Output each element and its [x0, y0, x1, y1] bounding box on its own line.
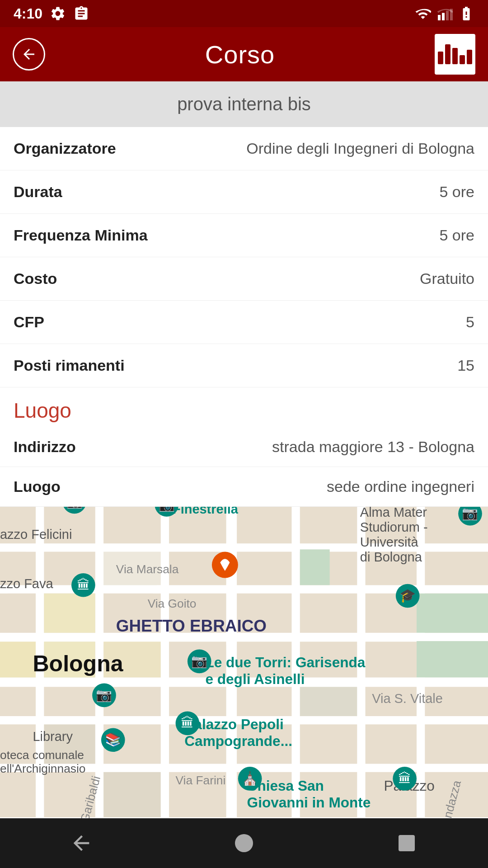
indirizzo-row: Indirizzo strada maggiore 13 - Bologna	[0, 427, 488, 467]
svg-text:🎓: 🎓	[399, 588, 416, 604]
luogo-detail-label: Luogo	[14, 478, 61, 495]
svg-text:📷: 📷	[191, 653, 208, 669]
svg-rect-68	[300, 687, 357, 717]
organizzatore-row: Organizzatore Ordine degli Ingegneri di …	[0, 127, 488, 170]
svg-text:Le due Torri: Garisenda: Le due Torri: Garisenda	[205, 654, 365, 670]
svg-text:di Bologna: di Bologna	[360, 550, 422, 564]
svg-text:Bologna: Bologna	[33, 651, 123, 676]
svg-rect-15	[161, 507, 169, 818]
svg-rect-54	[417, 594, 488, 633]
svg-text:Via S. Vitale: Via S. Vitale	[372, 691, 443, 706]
frequenza-value: 5 ore	[440, 226, 475, 244]
svg-rect-3	[450, 9, 453, 21]
svg-rect-66	[169, 687, 226, 717]
svg-text:📷: 📷	[462, 507, 479, 521]
svg-rect-62	[366, 642, 417, 677]
organizzatore-value: Ordine degli Ingegneri di Bologna	[246, 140, 474, 157]
svg-text:Alma Mater: Alma Mater	[360, 507, 427, 519]
svg-rect-78	[425, 724, 488, 764]
course-subtitle: prova interna bis	[177, 94, 311, 114]
svg-rect-76	[300, 724, 357, 764]
svg-rect-0	[438, 15, 441, 20]
map-container[interactable]: VIII Agosto Orto Botanico ed Erbario Fin…	[0, 507, 488, 818]
svg-rect-27	[103, 507, 160, 543]
frequenza-row: Frequenza Minima 5 ore	[0, 214, 488, 257]
signal-icon	[436, 5, 453, 22]
subtitle-bar: prova interna bis	[0, 81, 488, 127]
wifi-icon	[415, 5, 431, 22]
cfp-label: CFP	[14, 313, 44, 331]
svg-rect-31	[237, 507, 291, 543]
svg-text:Via Marsala: Via Marsala	[116, 562, 179, 576]
svg-text:Palazzo Pepoli: Palazzo Pepoli	[184, 716, 283, 732]
organizzatore-label: Organizzatore	[14, 140, 116, 157]
page-title: Corso	[205, 40, 275, 69]
svg-text:🏛: 🏛	[398, 771, 411, 786]
svg-text:zzo Fava: zzo Fava	[0, 576, 53, 591]
svg-rect-52	[300, 549, 330, 585]
luogo-section: Luogo Indirizzo strada maggiore 13 - Bol…	[0, 387, 488, 507]
svg-rect-48	[300, 594, 357, 633]
app-bar: Corso	[0, 27, 488, 81]
svg-rect-81	[103, 772, 160, 817]
indirizzo-label: Indirizzo	[14, 438, 76, 456]
svg-rect-77	[366, 724, 417, 764]
svg-text:Via Farini: Via Farini	[176, 774, 226, 788]
svg-text:🏛: 🏛	[181, 716, 194, 730]
luogo-detail-value: sede ordine ingegneri	[327, 478, 474, 495]
svg-text:📷: 📷	[96, 687, 113, 703]
costo-row: Costo Gratuito	[0, 257, 488, 301]
svg-text:oteca comunale: oteca comunale	[0, 748, 84, 762]
svg-rect-93	[0, 642, 36, 677]
app-logo	[435, 34, 475, 75]
svg-text:Via Goito: Via Goito	[148, 597, 197, 610]
info-table: Organizzatore Ordine degli Ingegneri di …	[0, 127, 488, 387]
settings-icon	[50, 5, 66, 22]
status-bar: 4:10	[0, 0, 488, 27]
svg-text:Finestrella: Finestrella	[173, 507, 239, 516]
time-display: 4:10	[14, 5, 42, 22]
svg-rect-63	[0, 687, 36, 717]
svg-rect-154	[399, 835, 415, 851]
durata-value: 5 ore	[440, 183, 475, 201]
svg-text:⛪: ⛪	[242, 771, 258, 787]
svg-text:🏛: 🏛	[77, 578, 90, 592]
posti-label: Posti rimanenti	[14, 357, 125, 374]
back-button[interactable]	[13, 38, 45, 71]
svg-rect-79	[0, 772, 36, 817]
svg-text:azzo Felicini: azzo Felicini	[0, 527, 72, 542]
svg-rect-91	[44, 594, 95, 633]
svg-rect-64	[44, 687, 95, 717]
svg-text:Studiorum -: Studiorum -	[360, 520, 428, 534]
luogo-detail-row: Luogo sede ordine ingegneri	[0, 467, 488, 507]
svg-text:Giovanni in Monte: Giovanni in Monte	[247, 794, 371, 811]
svg-text:Campogrande...: Campogrande...	[184, 733, 292, 749]
luogo-header: Luogo	[0, 387, 488, 427]
svg-rect-1	[442, 13, 445, 21]
svg-point-153	[235, 834, 253, 852]
durata-row: Durata 5 ore	[0, 170, 488, 214]
svg-rect-43	[0, 594, 36, 633]
svg-text:📚: 📚	[105, 732, 122, 748]
nav-recent-button[interactable]	[393, 830, 420, 857]
svg-text:Library: Library	[33, 729, 73, 744]
costo-value: Gratuito	[420, 270, 474, 288]
svg-rect-39	[237, 552, 291, 585]
svg-rect-2	[446, 11, 449, 20]
posti-row: Posti rimanenti 15	[0, 344, 488, 387]
svg-text:e degli Asinelli: e degli Asinelli	[205, 671, 305, 687]
frequenza-label: Frequenza Minima	[14, 226, 148, 244]
nav-home-button[interactable]	[230, 830, 258, 857]
posti-value: 15	[457, 357, 474, 374]
svg-text:Università: Università	[360, 535, 419, 549]
nav-back-button[interactable]	[68, 830, 95, 857]
svg-rect-67	[237, 687, 291, 717]
svg-rect-55	[417, 641, 488, 677]
svg-rect-42	[425, 552, 488, 585]
bottom-nav	[0, 818, 488, 868]
cfp-row: CFP 5	[0, 301, 488, 344]
costo-label: Costo	[14, 270, 57, 288]
svg-text:ell'Archiginnasio: ell'Archiginnasio	[0, 762, 85, 775]
svg-rect-32	[300, 507, 357, 543]
indirizzo-value: strada maggiore 13 - Bologna	[272, 438, 474, 456]
